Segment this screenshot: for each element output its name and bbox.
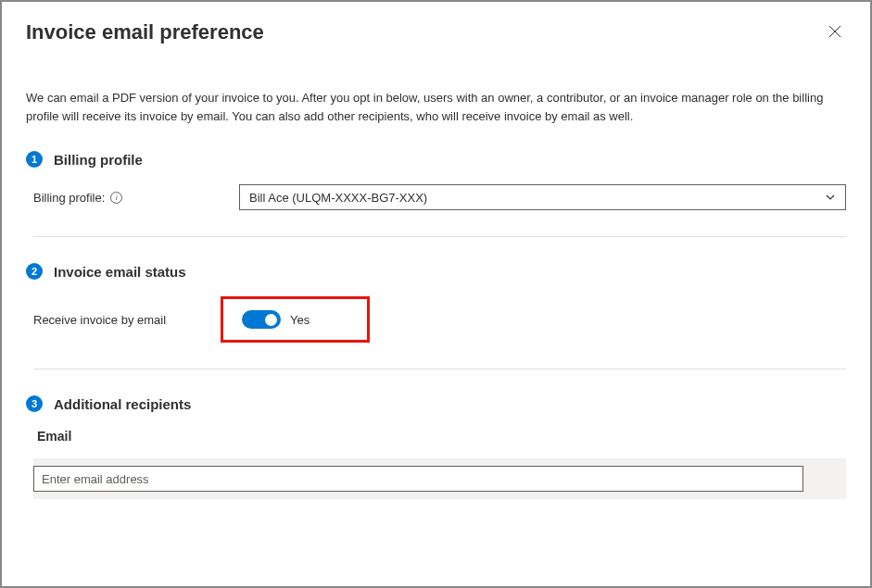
billing-profile-row: Billing profile: i Bill Ace (ULQM-XXXX-B…	[33, 184, 846, 210]
receive-email-toggle[interactable]	[242, 310, 281, 329]
billing-profile-label: Billing profile: i	[33, 191, 239, 205]
section-header: 2 Invoice email status	[26, 263, 846, 280]
email-field-wrap: Email	[33, 429, 846, 499]
close-icon	[828, 24, 842, 39]
receive-email-row: Receive invoice by email Yes	[33, 296, 846, 343]
section-title: Additional recipients	[54, 396, 191, 412]
billing-profile-dropdown[interactable]: Bill Ace (ULQM-XXXX-BG7-XXX)	[239, 184, 846, 210]
section-header: 1 Billing profile	[26, 151, 846, 168]
invoice-email-preference-panel: Invoice email preference We can email a …	[0, 0, 872, 588]
chevron-down-icon	[825, 192, 836, 203]
email-input[interactable]	[33, 466, 803, 492]
step-badge: 1	[26, 151, 43, 168]
toggle-knob	[265, 314, 277, 326]
section-title: Invoice email status	[54, 264, 186, 280]
section-title: Billing profile	[54, 152, 143, 168]
panel-description: We can email a PDF version of your invoi…	[26, 89, 846, 125]
section-header: 3 Additional recipients	[26, 395, 846, 412]
info-icon[interactable]: i	[110, 192, 122, 204]
toggle-wrap: Yes	[242, 310, 310, 329]
toggle-state-label: Yes	[290, 313, 310, 327]
close-button[interactable]	[824, 20, 846, 43]
panel-header: Invoice email preference	[26, 20, 846, 44]
section-divider	[33, 369, 846, 369]
section-divider	[33, 236, 846, 237]
receive-email-label: Receive invoice by email	[33, 313, 239, 327]
highlight-annotation: Yes	[221, 296, 370, 343]
step-badge: 3	[26, 395, 43, 412]
additional-recipients-section: 3 Additional recipients Email	[26, 395, 846, 499]
step-badge: 2	[26, 263, 43, 280]
dropdown-value: Bill Ace (ULQM-XXXX-BG7-XXX)	[249, 191, 427, 205]
panel-title: Invoice email preference	[26, 20, 264, 44]
email-status-section: 2 Invoice email status Receive invoice b…	[26, 263, 846, 343]
billing-profile-section: 1 Billing profile Billing profile: i Bil…	[26, 151, 846, 210]
email-label: Email	[37, 429, 846, 444]
email-input-container	[33, 458, 846, 499]
